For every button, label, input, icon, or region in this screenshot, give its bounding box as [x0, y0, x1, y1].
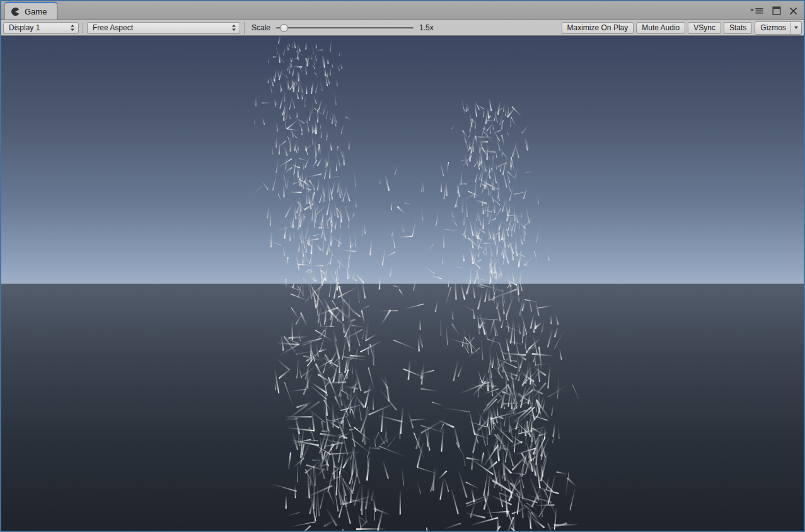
toolbar-separator [83, 22, 83, 34]
tab-game[interactable]: Game [5, 2, 57, 20]
updown-arrows-icon [231, 24, 236, 32]
game-toolbar: Display 1 Free Aspect Scale [1, 20, 804, 36]
window-controls [750, 6, 804, 20]
toolbar-separator [244, 22, 245, 34]
scale-slider[interactable] [276, 22, 414, 34]
close-icon[interactable] [789, 7, 797, 15]
vsync-button[interactable]: VSync [688, 22, 721, 34]
panel-menu-icon[interactable] [750, 7, 764, 14]
stats-button[interactable]: Stats [724, 22, 752, 34]
updown-arrows-icon [70, 24, 75, 32]
scale-slider-track[interactable] [276, 27, 414, 29]
aspect-dropdown-label: Free Aspect [93, 23, 228, 32]
game-view-icon [11, 7, 20, 16]
scale-value: 1.5x [419, 23, 434, 32]
chevron-down-icon[interactable] [791, 22, 801, 34]
tab-game-label: Game [25, 7, 47, 16]
gizmos-button-label: Gizmos [760, 23, 786, 32]
window-titlebar: Game [1, 1, 804, 20]
scale-slider-thumb[interactable] [280, 24, 288, 32]
display-dropdown-label: Display 1 [9, 23, 66, 32]
game-viewport[interactable] [1, 36, 804, 531]
unity-game-window: Game [0, 0, 805, 532]
scale-group: Scale 1.5x [252, 22, 434, 34]
gizmos-button[interactable]: Gizmos [755, 21, 802, 35]
mute-audio-button[interactable]: Mute Audio [636, 22, 685, 34]
aspect-dropdown[interactable]: Free Aspect [87, 22, 240, 34]
game-render-canvas[interactable] [1, 36, 804, 531]
scale-label: Scale [252, 23, 270, 32]
display-dropdown[interactable]: Display 1 [3, 22, 79, 34]
maximize-icon[interactable] [772, 6, 781, 15]
maximize-on-play-button[interactable]: Maximize On Play [562, 22, 634, 34]
